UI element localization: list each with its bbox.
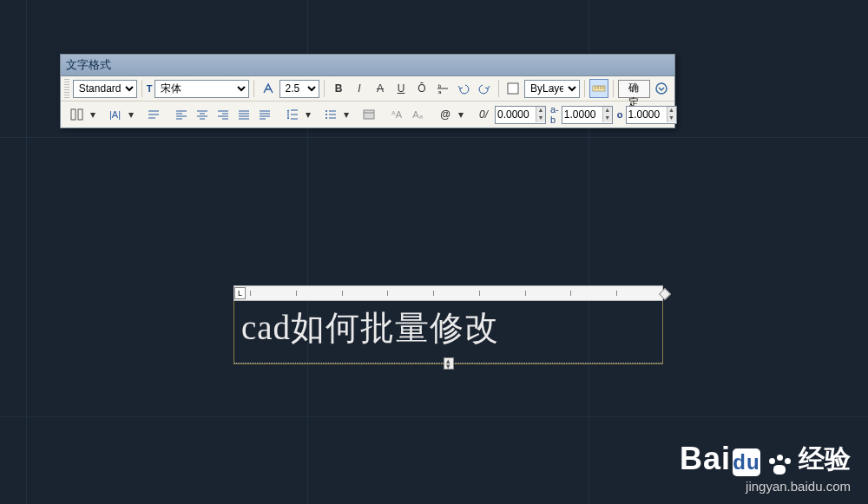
mtext-justify-button[interactable]: |A| bbox=[106, 105, 125, 124]
mtext-textarea[interactable]: cad如何批量修改 ▴▾ bbox=[233, 301, 663, 364]
height-drag-handle[interactable]: ▴▾ bbox=[444, 357, 454, 370]
tracking-icon: a-b bbox=[550, 104, 559, 125]
svg-text:a: a bbox=[438, 89, 442, 95]
redo-button[interactable] bbox=[475, 79, 494, 98]
svg-point-14 bbox=[326, 114, 327, 115]
svg-text:|A|: |A| bbox=[109, 109, 121, 120]
ruler-indent-handle[interactable]: L bbox=[234, 287, 246, 299]
svg-text:b: b bbox=[438, 83, 442, 88]
svg-rect-3 bbox=[508, 83, 518, 94]
bold-button[interactable]: B bbox=[329, 79, 348, 98]
align-distribute-button[interactable] bbox=[255, 105, 274, 124]
lowercase-button[interactable]: Aₐ bbox=[408, 105, 427, 124]
watermark-du: du bbox=[733, 448, 760, 476]
annotative-icon[interactable] bbox=[259, 79, 278, 98]
separator bbox=[584, 80, 585, 97]
watermark-jy: 经验 bbox=[799, 442, 851, 477]
toolbar-row-1: Standard T 宋体 2.5 B I A U Ō ba bbox=[61, 76, 674, 101]
align-center-button[interactable] bbox=[193, 105, 212, 124]
svg-point-13 bbox=[326, 110, 327, 112]
svg-rect-11 bbox=[78, 109, 82, 120]
overline-button[interactable]: Ō bbox=[412, 79, 431, 98]
uppercase-button[interactable]: ᴬA bbox=[387, 105, 406, 124]
dropdown-icon[interactable]: ▾ bbox=[89, 105, 97, 124]
paragraph-button[interactable] bbox=[144, 105, 163, 124]
svg-rect-10 bbox=[71, 109, 76, 120]
numbering-button[interactable] bbox=[321, 105, 340, 124]
svg-point-15 bbox=[326, 117, 327, 119]
underline-button[interactable]: U bbox=[391, 79, 411, 98]
strikethrough-button[interactable]: A bbox=[371, 79, 390, 98]
undo-button[interactable] bbox=[454, 79, 473, 98]
watermark-brand: Bai bbox=[680, 441, 731, 476]
options-button[interactable] bbox=[652, 79, 671, 98]
align-justify-button[interactable] bbox=[234, 105, 253, 124]
dropdown-icon[interactable]: ▾ bbox=[304, 105, 312, 124]
dropdown-icon[interactable]: ▾ bbox=[457, 105, 465, 124]
separator bbox=[498, 80, 499, 97]
insert-field-button[interactable] bbox=[359, 105, 378, 124]
svg-point-9 bbox=[656, 83, 667, 94]
color-swatch-button[interactable] bbox=[503, 79, 523, 98]
watermark: Baidu 经验 jingyan.baidu.com bbox=[680, 441, 851, 494]
separator bbox=[253, 80, 254, 97]
dropdown-icon[interactable]: ▾ bbox=[342, 105, 351, 124]
paw-icon bbox=[767, 455, 793, 477]
panel-title: 文字格式 bbox=[61, 55, 674, 76]
separator bbox=[613, 80, 614, 97]
separator bbox=[324, 80, 325, 97]
italic-button[interactable]: I bbox=[350, 79, 369, 98]
dropdown-icon[interactable]: ▾ bbox=[127, 105, 135, 124]
toolbar-row-2: ▾ |A| ▾ ▾ ▾ ᴬA Aₐ @ ▾ bbox=[61, 101, 674, 128]
mtext-content[interactable]: cad如何批量修改 bbox=[241, 304, 655, 351]
align-right-button[interactable] bbox=[214, 105, 233, 124]
mtext-editor[interactable]: L cad如何批量修改 ▴▾ bbox=[233, 285, 663, 364]
width-factor-input[interactable]: ▲▼ bbox=[626, 106, 677, 124]
symbol-button[interactable]: @ bbox=[436, 105, 455, 124]
line-spacing-button[interactable] bbox=[283, 105, 302, 124]
watermark-url: jingyan.baidu.com bbox=[680, 479, 851, 494]
font-prefix-icon: T bbox=[147, 83, 153, 94]
grip-icon[interactable] bbox=[64, 79, 69, 98]
text-style-select[interactable]: Standard bbox=[73, 80, 137, 98]
ok-button[interactable]: 确定 bbox=[618, 80, 650, 98]
align-left-button[interactable] bbox=[172, 105, 191, 124]
text-height-select[interactable]: 2.5 bbox=[279, 80, 319, 98]
text-ruler[interactable]: L bbox=[233, 285, 663, 301]
font-select[interactable]: 宋体 bbox=[155, 80, 248, 98]
columns-button[interactable] bbox=[68, 105, 87, 124]
color-select[interactable]: ByLayer bbox=[524, 80, 580, 98]
stack-button[interactable]: ba bbox=[433, 79, 452, 98]
width-factor-icon: o bbox=[617, 109, 623, 120]
oblique-angle-input[interactable]: ▲▼ bbox=[495, 106, 546, 124]
separator bbox=[141, 80, 142, 97]
ruler-toggle-button[interactable] bbox=[589, 79, 608, 98]
tracking-input[interactable]: ▲▼ bbox=[562, 106, 613, 124]
oblique-angle-icon: 0/ bbox=[474, 105, 493, 124]
text-format-panel: 文字格式 Standard T 宋体 2.5 B I A U Ō ba bbox=[60, 54, 675, 128]
svg-rect-16 bbox=[364, 110, 374, 119]
